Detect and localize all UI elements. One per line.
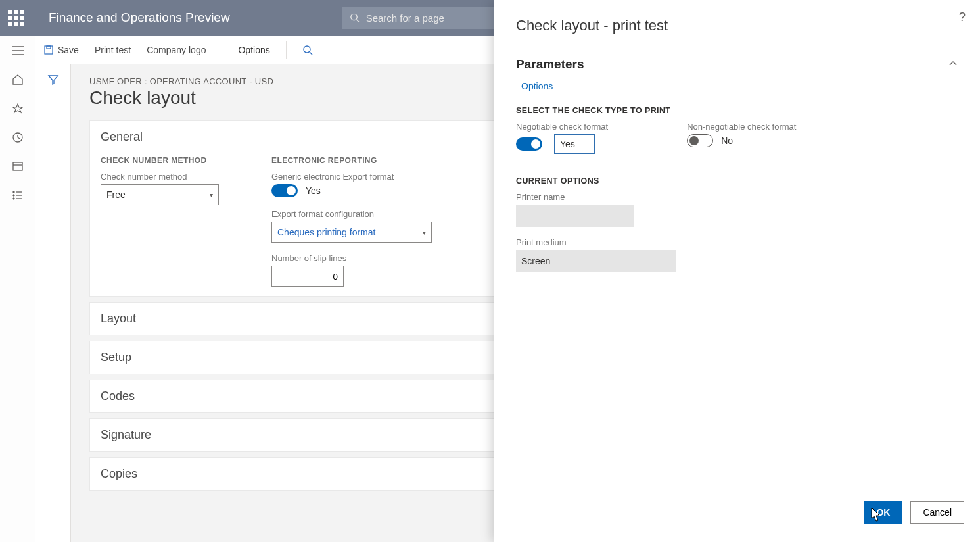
cancel-button[interactable]: Cancel xyxy=(910,501,964,524)
check-number-method-value: Free xyxy=(106,189,126,200)
divider xyxy=(222,41,222,59)
export-format-value: Cheques printing format xyxy=(277,227,375,237)
non-negotiable-toggle[interactable] xyxy=(687,134,713,147)
divider xyxy=(286,41,287,59)
slip-lines-label: Number of slip lines xyxy=(271,253,432,263)
modules-list-icon[interactable] xyxy=(11,188,25,203)
search-icon xyxy=(350,12,360,23)
print-test-panel: ? Check layout - print test Parameters O… xyxy=(494,0,980,542)
select-type-heading: SELECT THE CHECK TYPE TO PRINT xyxy=(516,106,958,115)
hamburger-icon[interactable] xyxy=(11,43,25,58)
svg-rect-15 xyxy=(47,46,51,49)
workspaces-icon[interactable] xyxy=(11,159,25,174)
home-icon[interactable] xyxy=(11,72,25,87)
app-launcher-icon[interactable] xyxy=(8,10,24,26)
export-format-select[interactable]: Cheques printing format ▾ xyxy=(271,222,432,243)
generic-export-value: Yes xyxy=(306,185,321,196)
save-button[interactable]: Save xyxy=(43,45,79,55)
chevron-down-icon: ▾ xyxy=(423,229,426,236)
current-options-heading: CURRENT OPTIONS xyxy=(516,176,958,185)
electronic-reporting-section: ELECTRONIC REPORTING xyxy=(271,156,432,165)
negotiable-toggle[interactable] xyxy=(516,137,542,151)
svg-line-1 xyxy=(356,20,359,22)
svg-rect-6 xyxy=(13,162,22,170)
favorites-star-icon[interactable] xyxy=(11,101,25,116)
check-number-method-label: Check number method xyxy=(101,172,219,182)
filter-column xyxy=(35,64,71,542)
print-test-button[interactable]: Print test xyxy=(95,45,131,55)
negotiable-value-box[interactable]: Yes xyxy=(554,134,595,154)
check-number-method-section: CHECK NUMBER METHOD xyxy=(101,156,219,165)
recent-clock-icon[interactable] xyxy=(11,130,25,145)
svg-point-16 xyxy=(304,46,310,53)
find-button[interactable] xyxy=(302,45,313,55)
ok-button[interactable]: OK xyxy=(864,501,902,524)
svg-point-12 xyxy=(12,198,14,199)
chevron-up-icon[interactable] xyxy=(948,59,958,70)
printer-name-field[interactable] xyxy=(516,205,634,227)
left-navigation-rail xyxy=(0,36,35,542)
svg-point-0 xyxy=(351,14,357,20)
panel-title: Check layout - print test xyxy=(516,17,958,34)
company-logo-button[interactable]: Company logo xyxy=(147,45,206,55)
export-format-label: Export format configuration xyxy=(271,209,432,219)
printer-name-label: Printer name xyxy=(516,192,958,202)
chevron-down-icon: ▾ xyxy=(210,191,213,199)
check-number-method-select[interactable]: Free ▾ xyxy=(101,184,219,205)
svg-point-8 xyxy=(12,191,14,193)
product-title: Finance and Operations Preview xyxy=(49,11,230,25)
negotiable-label: Negotiable check format xyxy=(516,122,608,132)
svg-point-10 xyxy=(12,195,14,196)
print-medium-field[interactable]: Screen xyxy=(516,250,676,272)
save-label: Save xyxy=(58,45,79,55)
svg-rect-14 xyxy=(45,46,53,54)
slip-lines-input[interactable] xyxy=(271,266,344,287)
parameters-heading: Parameters xyxy=(516,57,584,72)
svg-line-17 xyxy=(310,52,312,55)
print-medium-label: Print medium xyxy=(516,237,958,247)
generic-export-label: Generic electronic Export format xyxy=(271,172,432,182)
generic-export-toggle[interactable] xyxy=(271,184,298,197)
non-negotiable-value: No xyxy=(721,136,733,146)
options-link[interactable]: Options xyxy=(521,81,553,91)
options-button[interactable]: Options xyxy=(238,45,269,55)
help-icon[interactable]: ? xyxy=(959,11,966,24)
non-negotiable-label: Non-negotiable check format xyxy=(687,122,796,132)
filter-funnel-icon[interactable] xyxy=(47,74,59,542)
